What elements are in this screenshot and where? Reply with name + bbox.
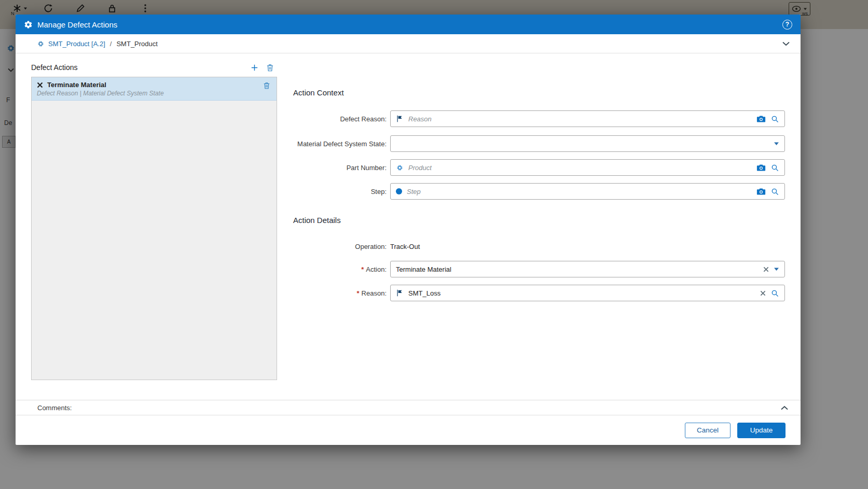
plus-icon: [250, 63, 259, 72]
step-label: Step:: [293, 188, 387, 195]
action-context-title: Action Context: [293, 88, 344, 97]
trash-icon: [266, 63, 274, 72]
breadcrumb-separator: /: [110, 40, 112, 48]
cancel-button[interactable]: Cancel: [685, 423, 731, 438]
update-button[interactable]: Update: [737, 423, 786, 438]
breadcrumb-current: SMT_Product: [116, 40, 157, 48]
reason-input[interactable]: [408, 289, 755, 297]
product-chip-icon: [396, 164, 404, 172]
defect-actions-header: Defect Actions: [31, 61, 277, 74]
search-icon[interactable]: [770, 163, 779, 172]
defect-actions-list: Terminate Material Defect Reason | Mater…: [31, 77, 277, 380]
action-select-input[interactable]: [396, 266, 759, 273]
search-icon[interactable]: [770, 187, 779, 196]
part-number-input[interactable]: [408, 164, 752, 172]
search-icon[interactable]: [770, 115, 779, 123]
action-select[interactable]: [390, 261, 785, 277]
required-marker: *: [357, 289, 360, 297]
field-row-operation: Operation: Track-Out: [293, 241, 785, 252]
defect-reason-label: Defect Reason:: [293, 115, 387, 123]
gear-icon: [24, 20, 33, 29]
material-defect-system-state-select[interactable]: [390, 135, 785, 152]
operation-label: Operation:: [293, 243, 387, 250]
comments-bar[interactable]: Comments:: [16, 400, 801, 415]
operation-value: Track-Out: [390, 243, 420, 250]
comments-label: Comments:: [37, 404, 72, 412]
field-row-defect-reason: Defect Reason:: [293, 110, 785, 127]
reason-input-box: [390, 285, 785, 301]
breadcrumb-link[interactable]: SMT_Product [A.2]: [48, 40, 105, 48]
reason-label: *Reason:: [293, 289, 387, 297]
trash-icon: [263, 81, 270, 90]
list-item-subtitle: Defect Reason | Material Defect System S…: [37, 90, 259, 97]
delete-action-button[interactable]: [266, 63, 274, 72]
flag-icon: [396, 289, 404, 297]
action-label: *Action:: [293, 266, 387, 273]
manage-defect-actions-dialog: Manage Defect Actions ? SMT_Product [A.2…: [16, 15, 801, 445]
chevron-up-icon: [780, 405, 789, 411]
field-row-action: *Action:: [293, 261, 785, 277]
chevron-down-icon[interactable]: [774, 267, 779, 271]
part-number-label: Part Number:: [293, 164, 387, 172]
list-item-name: Terminate Material: [47, 81, 106, 89]
search-icon[interactable]: [770, 289, 779, 298]
clear-x-icon[interactable]: [760, 290, 766, 296]
dialog-title: Manage Defect Actions: [37, 20, 117, 29]
step-circle-icon: [396, 188, 402, 194]
chevron-down-icon[interactable]: [774, 142, 779, 146]
step-input-box: [390, 183, 785, 200]
dialog-footer: Cancel Update: [16, 415, 801, 445]
remove-item-button[interactable]: [263, 81, 270, 90]
field-row-part-number: Part Number:: [293, 159, 785, 176]
field-row-reason: *Reason:: [293, 285, 785, 301]
defect-actions-panel: Defect Actions Terminate Material: [31, 61, 277, 380]
camera-icon[interactable]: [756, 115, 766, 123]
action-form-panel: Action Context Defect Reason: Materia: [293, 15, 785, 445]
defect-actions-title: Defect Actions: [31, 63, 78, 72]
add-action-button[interactable]: [250, 63, 259, 72]
list-item-terminate-material[interactable]: Terminate Material Defect Reason | Mater…: [32, 77, 277, 101]
part-number-input-box: [390, 159, 785, 176]
camera-icon[interactable]: [756, 164, 766, 172]
app-page: N ws F De A Manage Defect Actions ?: [0, 0, 868, 489]
field-row-material-defect-system-state: Material Defect System State:: [293, 135, 785, 152]
camera-icon[interactable]: [756, 188, 766, 195]
step-input[interactable]: [407, 188, 752, 195]
product-chip-icon: [37, 40, 45, 48]
defect-reason-input-box: [390, 110, 785, 127]
action-details-title: Action Details: [293, 216, 341, 225]
comments-collapse-button[interactable]: [780, 405, 789, 411]
field-row-step: Step:: [293, 183, 785, 200]
clear-x-icon[interactable]: [763, 267, 769, 272]
flag-icon: [396, 115, 404, 123]
material-defect-system-state-label: Material Defect System State:: [293, 140, 387, 148]
required-marker: *: [361, 266, 364, 273]
material-defect-system-state-input[interactable]: [396, 140, 769, 148]
defect-reason-input[interactable]: [408, 115, 752, 123]
x-mark-icon: [37, 82, 43, 88]
